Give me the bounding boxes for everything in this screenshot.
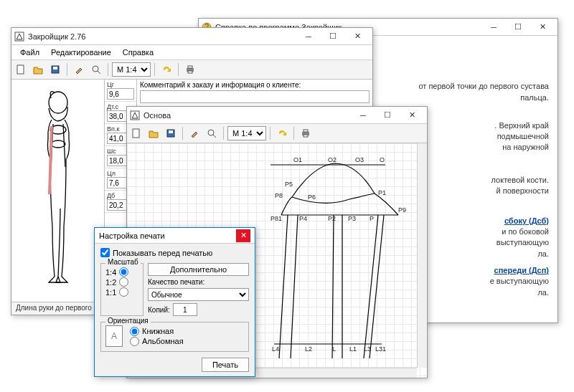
scale-12-radio[interactable]: 1:2 xyxy=(105,277,138,287)
svg-line-7 xyxy=(98,71,100,74)
print-icon[interactable] xyxy=(298,125,314,141)
print-icon[interactable] xyxy=(182,62,198,77)
figure-silhouette xyxy=(19,87,98,295)
svg-line-20 xyxy=(213,135,216,138)
open-icon[interactable] xyxy=(146,125,161,141)
scale-select[interactable]: M 1:4 xyxy=(227,126,266,140)
quality-label: Качество печати: xyxy=(148,278,249,286)
print-button[interactable]: Печать xyxy=(202,358,249,372)
maximize-button[interactable]: ☐ xyxy=(506,19,530,35)
scale-11-radio[interactable]: 1:1 xyxy=(105,287,138,297)
svg-rect-9 xyxy=(188,66,192,68)
new-icon[interactable] xyxy=(128,125,144,141)
open-icon[interactable] xyxy=(30,62,46,77)
close-icon[interactable]: ✕ xyxy=(236,229,250,242)
minimize-button[interactable]: ─ xyxy=(351,107,375,123)
pattern-title: Основа xyxy=(144,111,351,120)
app-icon xyxy=(14,32,24,42)
svg-rect-16 xyxy=(133,129,139,138)
svg-point-11 xyxy=(49,92,67,113)
svg-line-14 xyxy=(50,126,52,194)
save-icon[interactable] xyxy=(47,62,63,77)
help-link[interactable]: сбоку (Дсб) xyxy=(504,216,549,225)
comment-input[interactable] xyxy=(140,90,370,103)
comment-label: Комментарий к заказу и информация о клие… xyxy=(140,81,370,89)
orientation-portrait-radio[interactable]: Книжная xyxy=(130,327,184,336)
redo-icon[interactable] xyxy=(274,125,290,141)
menu-file[interactable]: Файл xyxy=(14,47,45,58)
maximize-button[interactable]: ☐ xyxy=(321,29,345,44)
svg-rect-23 xyxy=(304,135,308,137)
print-dlg-title: Настройка печати xyxy=(99,231,236,240)
magnify-icon[interactable] xyxy=(204,125,220,141)
orientation-icon: A xyxy=(105,325,123,347)
save-icon[interactable] xyxy=(163,125,179,141)
svg-rect-18 xyxy=(169,130,173,133)
menu-help[interactable]: Справка xyxy=(117,47,159,58)
menu-edit[interactable]: Редактирование xyxy=(45,47,117,58)
redo-icon[interactable] xyxy=(159,62,174,77)
app-title: Закройщик 2.76 xyxy=(28,32,296,41)
brush-icon[interactable] xyxy=(187,125,202,141)
svg-rect-22 xyxy=(304,130,308,132)
help-link[interactable]: спереди (Дсп) xyxy=(494,266,549,274)
svg-point-6 xyxy=(93,66,98,72)
quality-select[interactable]: Обычное xyxy=(148,288,249,301)
scale-14-radio[interactable]: 1:4 xyxy=(105,267,138,277)
show-before-print-checkbox[interactable]: Показывать перед печатью xyxy=(100,248,249,257)
brush-icon[interactable] xyxy=(71,62,87,77)
more-button[interactable]: Дополнительно xyxy=(148,263,249,276)
svg-rect-3 xyxy=(17,65,24,74)
maximize-button[interactable]: ☐ xyxy=(375,107,400,123)
minimize-button[interactable]: ─ xyxy=(481,19,506,35)
scale-select[interactable]: M 1:4 xyxy=(112,62,151,77)
measure-input[interactable] xyxy=(107,88,134,100)
svg-rect-10 xyxy=(188,71,192,73)
copies-input[interactable] xyxy=(173,303,197,316)
copies-label: Копий: xyxy=(148,306,170,314)
svg-point-19 xyxy=(208,130,214,135)
minimize-button[interactable]: ─ xyxy=(296,29,321,44)
close-button[interactable]: ✕ xyxy=(400,107,424,123)
vscrollbar[interactable] xyxy=(417,143,427,368)
new-icon[interactable] xyxy=(13,62,29,77)
app-icon xyxy=(130,110,140,120)
close-button[interactable]: ✕ xyxy=(530,19,555,35)
svg-rect-5 xyxy=(53,67,57,70)
close-button[interactable]: ✕ xyxy=(345,29,370,44)
magnify-icon[interactable] xyxy=(88,62,104,77)
orientation-landscape-radio[interactable]: Альбомная xyxy=(130,337,184,346)
svg-point-13 xyxy=(51,140,65,148)
